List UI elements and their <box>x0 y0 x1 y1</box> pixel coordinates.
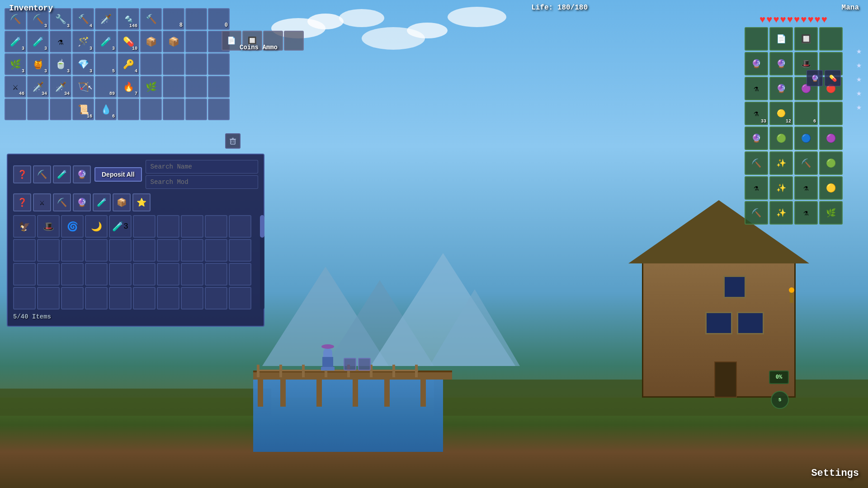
equip-slot-21[interactable]: ⛏️ <box>745 151 768 175</box>
inv-slot-35[interactable]: ↖ 89 <box>95 76 117 98</box>
inv-slot-42[interactable] <box>27 99 49 120</box>
equip-slot-13[interactable]: ⚗️33 <box>745 102 768 125</box>
inv-slot-48[interactable] <box>163 99 184 120</box>
chest-slot-40[interactable] <box>229 287 251 310</box>
equip-slot-20[interactable]: 🟣 <box>819 127 843 150</box>
chest-slot-25[interactable] <box>109 263 132 286</box>
inv-slot-4[interactable]: 🔨4 <box>72 8 94 30</box>
inv-slot-10[interactable]: 0 <box>208 8 230 30</box>
inv-slot-18[interactable]: 📦 <box>163 31 184 52</box>
inv-slot-5[interactable]: 🗡️ <box>95 8 117 30</box>
inv-slot-40[interactable] <box>208 76 230 98</box>
deposit-all-button[interactable]: Deposit All <box>94 167 142 182</box>
chest-slot-10[interactable] <box>229 215 251 238</box>
star-4[interactable]: ★ <box>856 87 862 99</box>
buff-slot-2[interactable]: 💊 <box>825 70 841 86</box>
equip-slot-28[interactable]: 🟡 <box>819 176 843 200</box>
chest-slot-3[interactable]: 🌀 <box>61 215 84 238</box>
search-name-input[interactable] <box>146 160 258 174</box>
inv-slot-46[interactable] <box>118 99 139 120</box>
chest-slot-29[interactable] <box>205 263 227 286</box>
equip-slot-5[interactable]: 🔮 <box>745 52 768 75</box>
equip-slot-4[interactable] <box>819 27 843 51</box>
chest-slot-8[interactable] <box>181 215 203 238</box>
inv-slot-25[interactable]: 5 <box>95 53 117 75</box>
inv-slot-38[interactable] <box>163 76 184 98</box>
equip-slot-2[interactable]: 📄 <box>769 27 793 51</box>
inv-slot-7[interactable]: 🔨 <box>140 8 162 30</box>
chest-slot-12[interactable] <box>37 239 60 262</box>
equip-slot-32[interactable]: 🌿 <box>819 201 843 225</box>
chest-scrollbar[interactable] <box>260 215 264 310</box>
chest-slot-4[interactable]: 🌙 <box>85 215 108 238</box>
chest-slot-31[interactable] <box>13 287 36 310</box>
inv-slot-36[interactable]: 🔥7 <box>118 76 139 98</box>
equip-slot-9[interactable]: ⚗️ <box>745 77 768 100</box>
chest-slot-6[interactable] <box>133 215 156 238</box>
chest-slot-15[interactable] <box>109 239 132 262</box>
equip-slot-23[interactable]: ⛏️ <box>794 151 818 175</box>
inv-slot-26[interactable]: 🔑4 <box>118 53 139 75</box>
equip-slot-27[interactable]: ⚗️ <box>794 176 818 200</box>
equip-slot-17[interactable]: 🔮 <box>745 127 768 150</box>
equip-slot-25[interactable]: ⚗️ <box>745 176 768 200</box>
chest-slot-21[interactable] <box>13 263 36 286</box>
coin-slot-1[interactable]: 📄 <box>222 31 241 51</box>
star-2[interactable]: ★ <box>856 59 862 70</box>
settings-button[interactable]: Settings <box>811 468 859 479</box>
chest-slot-33[interactable] <box>61 287 84 310</box>
chest-slot-37[interactable] <box>157 287 179 310</box>
inv-slot-33[interactable]: 🗡️34 <box>50 76 71 98</box>
inv-slot-23[interactable]: 🍵3 <box>50 53 71 75</box>
chest-slot-11[interactable] <box>13 239 36 262</box>
inv-slot-47[interactable] <box>140 99 162 120</box>
chest-slot-32[interactable] <box>37 287 60 310</box>
chest-slot-28[interactable] <box>181 263 203 286</box>
chest-slot-30[interactable] <box>229 263 251 286</box>
buff-slot-1[interactable]: 🔮 <box>807 70 823 86</box>
equip-slot-24[interactable]: 🟢 <box>819 151 843 175</box>
equip-slot-18[interactable]: 🟢 <box>769 127 793 150</box>
inv-slot-43[interactable] <box>50 99 71 120</box>
inv-slot-45[interactable]: 💧6 <box>95 99 117 120</box>
chest-slot-24[interactable] <box>85 263 108 286</box>
inv-slot-9[interactable] <box>185 8 207 30</box>
equip-slot-30[interactable]: ✨ <box>769 201 793 225</box>
inv-slot-39[interactable] <box>185 76 207 98</box>
equip-slot-31[interactable]: ⚗️ <box>794 201 818 225</box>
equip-slot-1[interactable] <box>745 27 768 51</box>
inv-slot-15[interactable]: 🧪3 <box>95 31 117 52</box>
inv-slot-6[interactable]: 🔩146 <box>118 8 139 30</box>
chest-slot-36[interactable] <box>133 287 156 310</box>
chest-slot-17[interactable] <box>157 239 179 262</box>
chest-slot-39[interactable] <box>205 287 227 310</box>
filter-icon-2-pickaxe[interactable]: ⛏️ <box>53 193 71 211</box>
inv-slot-24[interactable]: 💎3 <box>72 53 94 75</box>
chest-slot-7[interactable] <box>157 215 179 238</box>
inv-slot-29[interactable] <box>185 53 207 75</box>
chest-slot-35[interactable] <box>109 287 132 310</box>
filter-icon-pickaxe[interactable]: ⛏️ <box>33 165 51 183</box>
coin-slot-4[interactable] <box>284 31 304 51</box>
inv-slot-30[interactable] <box>208 53 230 75</box>
inv-slot-49[interactable] <box>185 99 207 120</box>
chest-slot-27[interactable] <box>157 263 179 286</box>
chest-slot-19[interactable] <box>205 239 227 262</box>
inv-slot-41[interactable] <box>5 99 26 120</box>
inv-slot-12[interactable]: 🧪3 <box>27 31 49 52</box>
inv-slot-37[interactable]: 🌿 <box>140 76 162 98</box>
filter-icon-2-star[interactable]: ⭐ <box>132 193 151 211</box>
filter-icon-question[interactable]: ❓ <box>13 165 31 183</box>
chest-slot-34[interactable] <box>85 287 108 310</box>
chest-slot-23[interactable] <box>61 263 84 286</box>
inv-slot-17[interactable]: 📦 <box>140 31 162 52</box>
star-1[interactable]: ★ <box>856 45 862 56</box>
inv-slot-50[interactable] <box>208 99 230 120</box>
chest-slot-26[interactable] <box>133 263 156 286</box>
inv-slot-8[interactable]: 8 <box>163 8 184 30</box>
equip-slot-3[interactable]: 🔲 <box>794 27 818 51</box>
chest-slot-22[interactable] <box>37 263 60 286</box>
chest-slot-18[interactable] <box>181 239 203 262</box>
equip-slot-14[interactable]: 🟡12 <box>769 102 793 125</box>
chest-slot-16[interactable] <box>133 239 156 262</box>
